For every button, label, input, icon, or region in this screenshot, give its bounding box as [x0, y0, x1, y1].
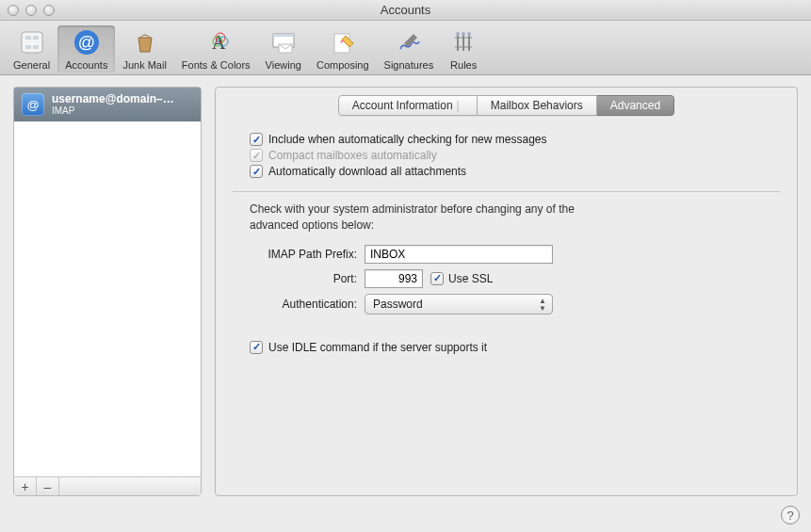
- tab-advanced[interactable]: Advanced: [597, 95, 674, 116]
- svg-point-16: [462, 32, 465, 36]
- imap-prefix-label: IMAP Path Prefix:: [233, 248, 365, 261]
- account-row[interactable]: @ username@domain–… IMAP: [14, 88, 201, 121]
- use-ssl-label: Use SSL: [448, 272, 493, 285]
- toolbar-composing[interactable]: Composing: [309, 25, 377, 73]
- at-icon: @: [72, 27, 102, 57]
- authentication-select[interactable]: Password ▲▼: [365, 294, 553, 314]
- account-list[interactable]: @ username@domain–… IMAP: [14, 88, 201, 476]
- toolbar-label: Composing: [316, 59, 369, 71]
- compact-mailboxes-row: ✓ Compact mailboxes automatically: [250, 149, 780, 162]
- checkbox-checked-icon[interactable]: ✓: [430, 272, 444, 285]
- add-account-button[interactable]: +: [14, 477, 37, 495]
- toolbar-label: Rules: [450, 59, 477, 71]
- account-name: username@domain–…: [52, 92, 174, 105]
- close-window-button[interactable]: [8, 5, 19, 16]
- download-attachments-label: Automatically download all attachments: [268, 165, 466, 178]
- toolbar-viewing[interactable]: Viewing: [258, 25, 309, 73]
- account-settings-panel: Account Information| Mailbox Behaviors A…: [215, 87, 798, 496]
- checkbox-checked-icon[interactable]: ✓: [250, 133, 263, 146]
- toolbar-label: Junk Mail: [122, 59, 166, 71]
- toolbar-label: Accounts: [65, 59, 107, 71]
- signature-pen-icon: [394, 27, 424, 57]
- window-controls: [0, 5, 55, 16]
- svg-rect-4: [33, 45, 39, 49]
- checkbox-checked-icon[interactable]: ✓: [250, 341, 263, 354]
- toolbar-label: General: [13, 59, 50, 71]
- preferences-toolbar: General @ Accounts Junk Mail A Fonts & C…: [0, 21, 811, 75]
- rules-icon: [448, 27, 478, 57]
- admin-hint: Check with your system administrator bef…: [250, 202, 589, 234]
- toolbar-accounts[interactable]: @ Accounts: [57, 25, 115, 73]
- zoom-window-button[interactable]: [43, 5, 55, 16]
- use-idle-row[interactable]: ✓ Use IDLE command if the server support…: [250, 341, 780, 354]
- checkbox-checked-icon: ✓: [250, 149, 263, 162]
- authentication-value: Password: [373, 298, 423, 311]
- port-input[interactable]: [365, 269, 423, 288]
- tab-mailbox-behaviors[interactable]: Mailbox Behaviors: [478, 95, 597, 116]
- divider: [233, 191, 780, 192]
- pencil-paper-icon: [328, 27, 358, 57]
- toolbar-general[interactable]: General: [6, 25, 57, 73]
- settings-tabs: Account Information| Mailbox Behaviors A…: [338, 95, 674, 116]
- download-attachments-row[interactable]: ✓ Automatically download all attachments: [250, 165, 780, 178]
- svg-rect-12: [273, 34, 294, 37]
- account-type: IMAP: [52, 105, 174, 117]
- imap-prefix-input[interactable]: [365, 245, 553, 264]
- svg-point-15: [456, 32, 460, 36]
- include-checking-label: Include when automatically checking for …: [268, 133, 547, 146]
- svg-rect-3: [25, 45, 31, 49]
- include-checking-row[interactable]: ✓ Include when automatically checking fo…: [250, 133, 780, 146]
- svg-rect-1: [25, 36, 31, 40]
- toolbar-fonts-colors[interactable]: A Fonts & Colors: [174, 25, 258, 73]
- minimize-window-button[interactable]: [25, 5, 37, 16]
- window-title: Accounts: [0, 3, 811, 17]
- toolbar-junk-mail[interactable]: Junk Mail: [115, 25, 173, 73]
- toolbar-rules[interactable]: Rules: [441, 25, 486, 73]
- port-label: Port:: [233, 272, 365, 285]
- authentication-label: Authentication:: [233, 298, 365, 311]
- use-idle-label: Use IDLE command if the server supports …: [268, 341, 487, 354]
- toolbar-label: Fonts & Colors: [182, 59, 251, 71]
- toolbar-label: Signatures: [384, 59, 434, 71]
- sidebar-footer: + –: [14, 476, 201, 495]
- remove-account-button[interactable]: –: [37, 477, 59, 495]
- tab-account-information[interactable]: Account Information|: [338, 95, 478, 116]
- toolbar-label: Viewing: [266, 59, 301, 71]
- trash-bag-icon: [130, 27, 160, 57]
- svg-point-17: [467, 32, 471, 36]
- fonts-colors-icon: A: [201, 27, 231, 57]
- accounts-sidebar: @ username@domain–… IMAP + –: [13, 87, 202, 496]
- toolbar-signatures[interactable]: Signatures: [377, 25, 442, 73]
- svg-rect-0: [22, 32, 42, 53]
- svg-text:@: @: [78, 33, 95, 52]
- svg-rect-2: [33, 36, 39, 40]
- help-button[interactable]: ?: [781, 506, 800, 524]
- updown-arrows-icon: ▲▼: [539, 298, 546, 313]
- titlebar: Accounts: [0, 0, 811, 21]
- switches-icon: [17, 27, 47, 57]
- checkbox-checked-icon[interactable]: ✓: [250, 165, 263, 178]
- compact-mailboxes-label: Compact mailboxes automatically: [268, 149, 437, 162]
- svg-text:@: @: [26, 98, 39, 112]
- envelope-window-icon: [268, 27, 299, 57]
- at-icon: @: [22, 93, 44, 116]
